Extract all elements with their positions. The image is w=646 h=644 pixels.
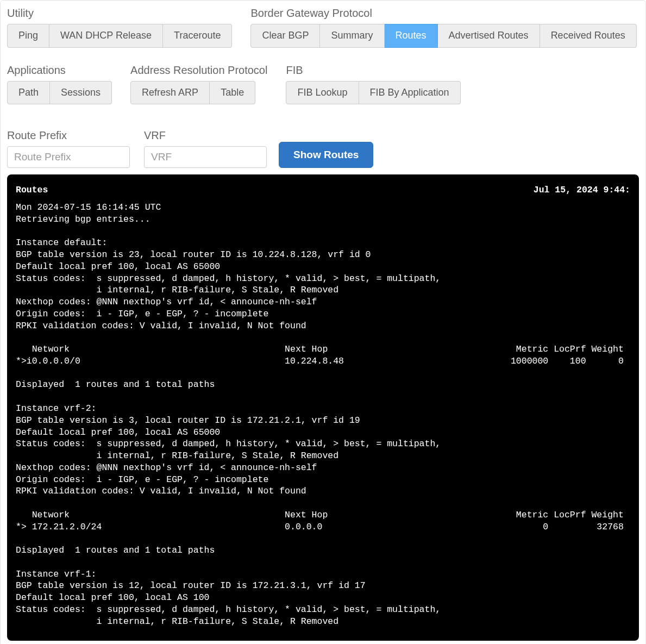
fib-lookup-button[interactable]: FIB Lookup [286, 81, 359, 105]
terminal-timestamp: Jul 15, 2024 9:44: [534, 184, 630, 196]
bgp-summary-button[interactable]: Summary [320, 24, 384, 48]
group-utility-label: Utility [7, 7, 232, 20]
terminal-output: Routes Jul 15, 2024 9:44: Mon 2024-07-15… [7, 174, 639, 640]
route-prefix-input[interactable] [7, 146, 130, 168]
vrf-input[interactable] [144, 146, 267, 168]
vrf-label: VRF [144, 129, 267, 142]
group-utility: Utility Ping WAN DHCP Release Traceroute [7, 7, 232, 48]
clear-bgp-button[interactable]: Clear BGP [250, 24, 320, 48]
terminal-body: Mon 2024-07-15 16:14:45 UTC Retrieving b… [16, 202, 630, 628]
terminal-title: Routes [16, 184, 48, 196]
fib-by-application-button[interactable]: FIB By Application [359, 81, 461, 105]
group-bgp: Border Gateway Protocol Clear BGP Summar… [250, 7, 636, 48]
app-path-button[interactable]: Path [7, 81, 50, 105]
traceroute-button[interactable]: Traceroute [163, 24, 232, 48]
group-fib-label: FIB [286, 64, 460, 77]
group-arp: Address Resolution Protocol Refresh ARP … [130, 64, 267, 105]
route-prefix-label: Route Prefix [7, 129, 130, 142]
group-fib: FIB FIB Lookup FIB By Application [286, 64, 460, 105]
wan-dhcp-release-button[interactable]: WAN DHCP Release [49, 24, 163, 48]
arp-table-button[interactable]: Table [210, 81, 255, 105]
routes-form: Route Prefix VRF Show Routes [7, 129, 639, 168]
group-arp-label: Address Resolution Protocol [130, 64, 267, 77]
refresh-arp-button[interactable]: Refresh ARP [130, 81, 210, 105]
app-sessions-button[interactable]: Sessions [50, 81, 112, 105]
show-routes-button[interactable]: Show Routes [279, 142, 373, 168]
group-applications-label: Applications [7, 64, 112, 77]
bgp-routes-button[interactable]: Routes [385, 24, 438, 48]
bgp-advertised-routes-button[interactable]: Advertised Routes [438, 24, 540, 48]
ping-button[interactable]: Ping [7, 24, 49, 48]
group-applications: Applications Path Sessions [7, 64, 112, 105]
bgp-received-routes-button[interactable]: Received Routes [540, 24, 637, 48]
tools-panel: Utility Ping WAN DHCP Release Traceroute… [0, 0, 646, 644]
group-bgp-label: Border Gateway Protocol [250, 7, 636, 20]
